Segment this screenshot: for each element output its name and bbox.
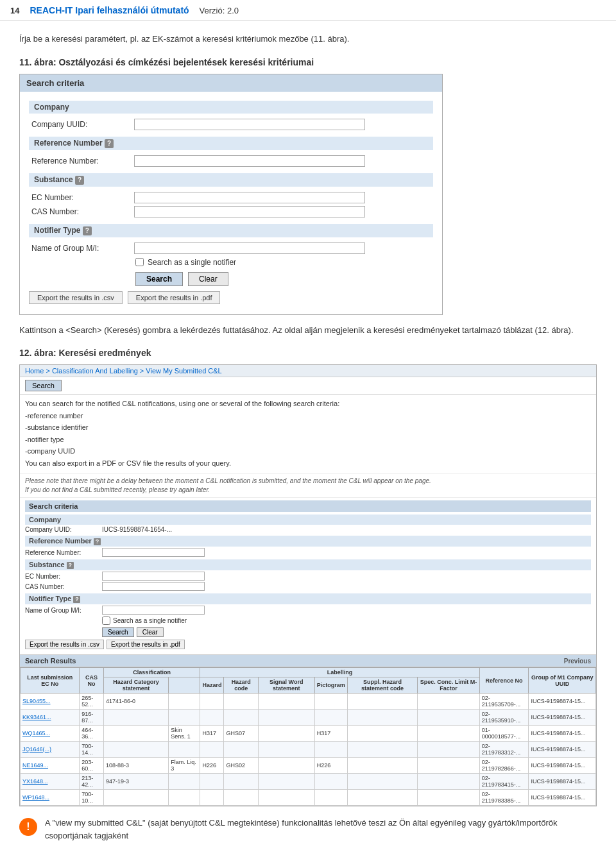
cell-ec: 700-14...: [80, 742, 104, 758]
cas-number-label: CAS Number:: [31, 207, 134, 216]
table-row: YX1648... 213-42... 947-19-3 02-21197834…: [21, 774, 596, 790]
inner-ref-input[interactable]: [102, 548, 205, 557]
search-button[interactable]: Search: [135, 272, 183, 286]
cell-ec: 916-87...: [80, 710, 104, 726]
export-csv-button[interactable]: Export the results in .csv: [29, 291, 123, 304]
cell-class-hazard: [169, 790, 200, 806]
info-line-1: You can search for the notified C&L noti…: [25, 398, 591, 409]
inner-search-form-btn[interactable]: Search: [102, 627, 134, 637]
cell-group-company: IUCS-91598874-15...: [529, 774, 596, 790]
cell-cas: 947-19-3: [103, 774, 168, 790]
single-notifier-checkbox[interactable]: [135, 258, 144, 266]
inner-search-button[interactable]: Search: [25, 380, 62, 391]
substance-help-icon[interactable]: ?: [75, 176, 84, 185]
cell-lab-suppl: [347, 790, 418, 806]
single-notifier-label: Search as a single notifier: [148, 258, 236, 267]
cell-spec-conc: [418, 758, 479, 774]
breadcrumb: Home > Classification And Labelling > Vi…: [20, 365, 596, 377]
cell-lab-suppl: [347, 742, 418, 758]
cell-lab-suppl: [347, 758, 418, 774]
clear-button[interactable]: Clear: [188, 272, 228, 286]
substance-section-label: Substance ?: [29, 173, 433, 187]
inner-clear-btn[interactable]: Clear: [137, 627, 164, 637]
cell-last-sub[interactable]: SL90455...: [21, 693, 80, 710]
inner-cas-label: CAS Number:: [25, 583, 102, 590]
inner-notifier-section: Notifier Type ?: [25, 593, 591, 604]
inner-ref-help-icon[interactable]: ?: [94, 538, 101, 545]
company-uuid-input[interactable]: [134, 119, 365, 130]
cell-last-sub[interactable]: YX1648...: [21, 774, 80, 790]
name-group-input[interactable]: [134, 242, 365, 254]
table-row: SL90455... 265-52... 41741-86-0 02-21195…: [21, 693, 596, 710]
warning-line-2: If you do not find a C&L submitted recen…: [25, 486, 591, 495]
ec-number-row: EC Number:: [29, 192, 433, 203]
cell-lab-hazard: [200, 693, 224, 710]
export-pdf-button[interactable]: Export the results in .pdf: [128, 291, 221, 304]
cell-ref-no: 02-2119535709-...: [479, 693, 529, 710]
warning-line-1: Please note that there might be a delay …: [25, 477, 591, 486]
cell-class-hazard: [169, 693, 200, 710]
cell-lab-pictogram: [314, 790, 347, 806]
cell-ref-no: 02-2119783385-...: [479, 790, 529, 806]
cell-group-company: IUCS-91598874-15...: [529, 790, 596, 806]
inner-cas-input[interactable]: [102, 582, 205, 591]
cell-lab-pictogram: [314, 693, 347, 710]
inner-substance-help-icon[interactable]: ?: [67, 562, 74, 569]
company-uuid-row: Company UUID:: [29, 119, 433, 130]
notice-box: ! A "view my submitted C&L" (saját benyú…: [19, 817, 597, 849]
inner-ref-section: Reference Number ?: [25, 536, 591, 547]
section12-heading: 12. ábra: Keresési eredmények: [19, 348, 597, 358]
inner-export-csv-btn[interactable]: Export the results in .csv: [25, 640, 104, 649]
cell-ec: 265-52...: [80, 693, 104, 710]
inner-ec-input[interactable]: [102, 572, 205, 581]
cell-last-sub[interactable]: KK93461...: [21, 710, 80, 726]
inner-export-pdf-btn[interactable]: Export the results in .pdf: [107, 640, 185, 649]
cell-lab-hazard: [200, 774, 224, 790]
main-content: Írja be a keresési paramétert, pl. az EK…: [0, 21, 616, 859]
cell-spec-conc: [418, 790, 479, 806]
inner-export-row: Export the results in .csv Export the re…: [25, 640, 591, 649]
cell-ec: 700-10...: [80, 790, 104, 806]
search-results-label: Search Results: [25, 657, 76, 665]
name-group-label: Name of Group M/I:: [31, 244, 134, 253]
inner-notifier-help-icon[interactable]: ?: [73, 596, 80, 603]
reference-number-help-icon[interactable]: ?: [105, 139, 114, 148]
cell-group-company: IUCS-91598874-15...: [529, 710, 596, 726]
page-number: 14: [10, 6, 19, 15]
col-ref-no: Reference No: [479, 668, 529, 693]
cell-last-sub[interactable]: JQ1646(...): [21, 742, 80, 758]
cell-lab-hazard: H317: [200, 726, 224, 742]
col-spec-conc: Spec. Conc. Limit M-Factor: [418, 677, 479, 693]
cell-lab-hazard-code: [224, 774, 258, 790]
cell-lab-hazard: [200, 790, 224, 806]
search-button-row: Search Clear: [135, 272, 433, 286]
cell-spec-conc: [418, 742, 479, 758]
cell-lab-pictogram: [314, 774, 347, 790]
cell-lab-hazard-code: GHS02: [224, 758, 258, 774]
table-row: WP1648... 700-10... 02-2119783385-... IU…: [21, 790, 596, 806]
col-signal-word: Signal Word statement: [258, 677, 314, 693]
notifier-type-help-icon[interactable]: ?: [83, 226, 92, 235]
inner-company-uuid-value: IUCS-91598874-1654-...: [102, 526, 591, 533]
cell-last-sub[interactable]: WQ1465...: [21, 726, 80, 742]
single-notifier-row: Search as a single notifier: [135, 258, 433, 267]
ec-number-input[interactable]: [134, 192, 365, 203]
inner-company-label: Company: [25, 515, 591, 525]
inner-single-notifier-checkbox[interactable]: [102, 617, 110, 625]
company-section-label: Company: [29, 101, 433, 114]
cell-class-hazard: [169, 742, 200, 758]
inner-name-group-input[interactable]: [102, 606, 205, 615]
cell-cas: [103, 726, 168, 742]
cas-number-row: CAS Number:: [29, 206, 433, 217]
table-row: JQ1646(...) 700-14... 02-2119783312-... …: [21, 742, 596, 758]
cas-number-input[interactable]: [134, 206, 365, 217]
reference-number-input[interactable]: [134, 155, 365, 167]
search-criteria-body: Company Company UUID: Reference Number ?…: [20, 92, 442, 314]
previous-label[interactable]: Previous: [564, 658, 591, 665]
cell-last-sub[interactable]: NE1649...: [21, 758, 80, 774]
col-hazard-cat2: [169, 677, 200, 693]
table-row: NE1649... 203-60... 108-88-3 Flam. Liq. …: [21, 758, 596, 774]
inner-checkbox-label: Search as a single notifier: [113, 617, 187, 624]
cell-last-sub[interactable]: WP1648...: [21, 790, 80, 806]
cell-ec: 203-60...: [80, 758, 104, 774]
